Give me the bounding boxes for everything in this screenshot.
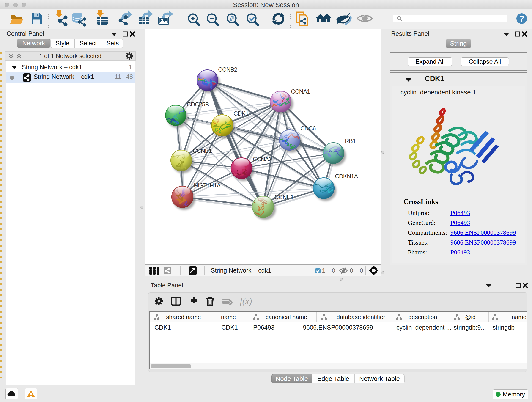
svg-text:1 of 1 Network selected: 1 of 1 Network selected <box>39 52 101 59</box>
svg-text:P06493: P06493 <box>253 324 274 331</box>
svg-text:f(x): f(x) <box>240 296 252 306</box>
svg-text:namespac: namespac <box>512 313 527 320</box>
svg-text:0 – 0: 0 – 0 <box>350 267 363 274</box>
svg-text:HIST1H1A: HIST1H1A <box>194 182 221 189</box>
svg-text:RB1: RB1 <box>345 138 356 144</box>
svg-text:CCNB2: CCNB2 <box>218 66 237 73</box>
svg-text:name: name <box>221 313 236 320</box>
svg-text:CDKN1A: CDKN1A <box>335 173 358 180</box>
svg-text:canonical name: canonical name <box>266 313 307 320</box>
svg-text:?: ? <box>519 14 524 23</box>
svg-text:CCNE1: CCNE1 <box>274 194 294 201</box>
svg-text:CDK1: CDK1 <box>234 110 249 117</box>
svg-text:description: description <box>408 313 437 320</box>
svg-text:CDK1: CDK1 <box>154 324 171 331</box>
svg-text:String Network – cdk1: String Network – cdk1 <box>211 267 271 274</box>
svg-text:CDK1: CDK1 <box>221 324 238 331</box>
svg-text:CDC25B: CDC25B <box>187 101 209 108</box>
svg-text:database identifier: database identifier <box>336 313 385 320</box>
svg-text:9606.ENSP00000378699: 9606.ENSP00000378699 <box>303 324 373 331</box>
svg-text:shared name: shared name <box>166 313 201 320</box>
svg-text:CCNA2: CCNA2 <box>253 156 272 162</box>
svg-text:@id: @id <box>465 313 476 320</box>
svg-text:stringdb: stringdb <box>493 324 515 331</box>
svg-text:CDC6: CDC6 <box>300 125 316 132</box>
svg-text:1 – 0: 1 – 0 <box>322 267 335 274</box>
svg-text:stringdb:9...: stringdb:9... <box>454 324 486 331</box>
svg-text:CCNB1: CCNB1 <box>193 147 212 154</box>
svg-text:CCNA1: CCNA1 <box>291 88 310 95</box>
svg-text:Memory: Memory <box>503 391 525 398</box>
svg-text:cyclin–dependent ...: cyclin–dependent ... <box>396 324 451 331</box>
